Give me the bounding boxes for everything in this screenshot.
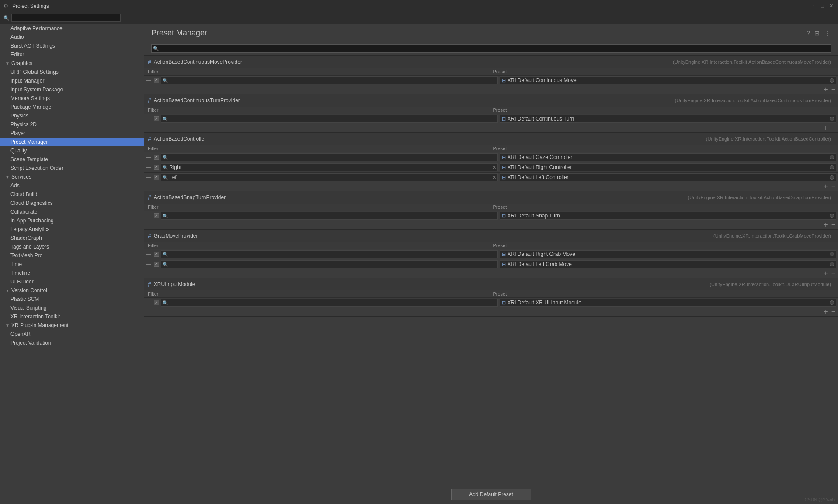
preset-value-display[interactable]: ⊞XRI Default Left Controller <box>500 173 837 181</box>
sidebar-item-time[interactable]: Time <box>0 260 144 269</box>
add-row-button[interactable]: + <box>823 183 828 190</box>
help-icon[interactable]: ? <box>806 29 811 38</box>
add-row-button[interactable]: + <box>823 124 828 131</box>
preset-value-display[interactable]: ⊞XRI Default Continuous Move <box>500 76 837 84</box>
row-checkbox[interactable]: ✓ <box>152 155 161 160</box>
sidebar-item-script-execution-order[interactable]: Script Execution Order <box>0 164 144 173</box>
row-filter-input[interactable] <box>161 299 498 307</box>
section-header: #GrabMoveProvider(UnityEngine.XR.Interac… <box>144 230 838 242</box>
row-filter-input[interactable] <box>161 115 498 123</box>
sidebar-item-burst-aot-settings[interactable]: Burst AOT Settings <box>0 41 144 50</box>
add-row-button[interactable]: + <box>823 86 828 93</box>
window-menu-btn[interactable]: ⋮ <box>810 3 817 10</box>
row-checkbox[interactable]: ✓ <box>152 165 161 170</box>
sidebar-item-tags-and-layers[interactable]: Tags and Layers <box>0 242 144 251</box>
remove-row-button[interactable]: − <box>831 221 836 228</box>
sidebar-item-xr-interaction-toolkit[interactable]: XR Interaction Toolkit <box>0 312 144 321</box>
sidebar-item-services[interactable]: ▼Services <box>0 173 144 181</box>
preset-value-display[interactable]: ⊞XRI Default Snap Turn <box>500 212 837 220</box>
window-close-btn[interactable]: ✕ <box>828 3 835 10</box>
sidebar-item-scene-template[interactable]: Scene Template <box>0 155 144 164</box>
remove-row-button[interactable]: − <box>831 270 836 277</box>
row-filter-input[interactable] <box>161 260 498 268</box>
clear-filter-button[interactable]: ✕ <box>492 175 496 180</box>
sidebar-item-urp-global-settings[interactable]: URP Global Settings <box>0 68 144 76</box>
sidebar-item-package-manager[interactable]: Package Manager <box>0 103 144 111</box>
sidebar-item-legacy-analytics[interactable]: Legacy Analytics <box>0 225 144 234</box>
sidebar-item-ads[interactable]: Ads <box>0 181 144 190</box>
top-search-input[interactable] <box>11 14 121 22</box>
sidebar-item-editor[interactable]: Editor <box>0 50 144 59</box>
preset-text: XRI Default Gaze Controller <box>508 154 573 160</box>
row-checkbox[interactable]: ✓ <box>152 175 161 180</box>
sidebar-item-preset-manager[interactable]: Preset Manager <box>0 138 144 146</box>
row-filter-input[interactable] <box>161 250 498 258</box>
preset-selector-icon[interactable] <box>830 214 834 218</box>
preset-value-display[interactable]: ⊞XRI Default Right Grab Move <box>500 250 837 258</box>
sidebar-item-textmesh-pro[interactable]: TextMesh Pro <box>0 251 144 260</box>
preset-value-display[interactable]: ⊞XRI Default XR UI Input Module <box>500 299 837 307</box>
row-filter-input[interactable] <box>161 212 498 220</box>
sidebar-item-cloud-diagnostics[interactable]: Cloud Diagnostics <box>0 199 144 207</box>
preset-value-display[interactable]: ⊞XRI Default Gaze Controller <box>500 153 837 161</box>
row-checkbox[interactable]: ✓ <box>152 262 161 267</box>
row-checkbox[interactable]: ✓ <box>152 300 161 305</box>
sidebar-item-version-control[interactable]: ▼Version Control <box>0 286 144 295</box>
preset-value-display[interactable]: ⊞XRI Default Left Grab Move <box>500 260 837 268</box>
sidebar-item-label: Burst AOT Settings <box>10 43 55 49</box>
add-row-button[interactable]: + <box>823 308 828 315</box>
layout-icon[interactable]: ⊞ <box>814 29 821 38</box>
add-row-button[interactable]: + <box>823 270 828 277</box>
sidebar-item-visual-scripting[interactable]: Visual Scripting <box>0 304 144 312</box>
sidebar-item-shadergraph[interactable]: ShaderGraph <box>0 234 144 242</box>
sidebar-item-in-app-purchasing[interactable]: In-App Purchasing <box>0 216 144 225</box>
sidebar-item-graphics[interactable]: ▼Graphics <box>0 59 144 68</box>
sidebar-item-xr-plug-in-management[interactable]: ▼XR Plug-in Management <box>0 321 144 330</box>
sidebar-item-ui-builder[interactable]: UI Builder <box>0 277 144 286</box>
sidebar-item-timeline[interactable]: Timeline <box>0 269 144 277</box>
remove-row-button[interactable]: − <box>831 308 836 315</box>
sidebar-item-memory-settings[interactable]: Memory Settings <box>0 94 144 103</box>
sidebar-item-physics[interactable]: Physics <box>0 111 144 120</box>
window-maximize-btn[interactable]: □ <box>819 3 826 10</box>
row-filter-input[interactable] <box>161 76 498 84</box>
sidebar-item-physics-2d[interactable]: Physics 2D <box>0 120 144 129</box>
sidebar-item-input-system-package[interactable]: Input System Package <box>0 85 144 94</box>
row-filter-input[interactable]: Left✕ <box>161 173 498 181</box>
sidebar-item-adaptive-performance[interactable]: Adaptive Performance <box>0 24 144 33</box>
add-default-preset-button[interactable]: Add Default Preset <box>451 489 531 500</box>
sidebar-item-player[interactable]: Player <box>0 129 144 138</box>
row-filter-input[interactable] <box>161 153 498 161</box>
sidebar-item-project-validation[interactable]: Project Validation <box>0 338 144 347</box>
preset-value-display[interactable]: ⊞XRI Default Right Controller <box>500 163 837 171</box>
row-checkbox[interactable]: ✓ <box>152 116 161 121</box>
sidebar-item-input-manager[interactable]: Input Manager <box>0 76 144 85</box>
sidebar-item-plastic-scm[interactable]: Plastic SCM <box>0 295 144 304</box>
filter-input[interactable] <box>151 44 831 53</box>
preset-selector-icon[interactable] <box>830 155 834 159</box>
sidebar-item-collaborate[interactable]: Collaborate <box>0 207 144 216</box>
preset-value-display[interactable]: ⊞XRI Default Continuous Turn <box>500 115 837 123</box>
sidebar-item-cloud-build[interactable]: Cloud Build <box>0 190 144 199</box>
preset-selector-icon[interactable] <box>830 117 834 121</box>
sidebar-item-openxr[interactable]: OpenXR <box>0 330 144 338</box>
remove-row-button[interactable]: − <box>831 86 836 93</box>
preset-selector-icon[interactable] <box>830 252 834 256</box>
sidebar-item-quality[interactable]: Quality <box>0 146 144 155</box>
row-checkbox[interactable]: ✓ <box>152 252 161 257</box>
remove-row-button[interactable]: − <box>831 183 836 190</box>
sidebar-item-label: TextMesh Pro <box>10 252 42 259</box>
preset-selector-icon[interactable] <box>830 262 834 266</box>
more-icon[interactable]: ⋮ <box>823 29 831 38</box>
remove-row-button[interactable]: − <box>831 124 836 131</box>
preset-selector-icon[interactable] <box>830 175 834 180</box>
clear-filter-button[interactable]: ✕ <box>492 165 496 170</box>
row-filter-input[interactable]: Right✕ <box>161 163 498 171</box>
row-checkbox[interactable]: ✓ <box>152 213 161 218</box>
preset-selector-icon[interactable] <box>830 165 834 169</box>
preset-selector-icon[interactable] <box>830 78 834 83</box>
preset-selector-icon[interactable] <box>830 300 834 305</box>
add-row-button[interactable]: + <box>823 221 828 228</box>
sidebar-item-audio[interactable]: Audio <box>0 33 144 41</box>
row-checkbox[interactable]: ✓ <box>152 78 161 83</box>
